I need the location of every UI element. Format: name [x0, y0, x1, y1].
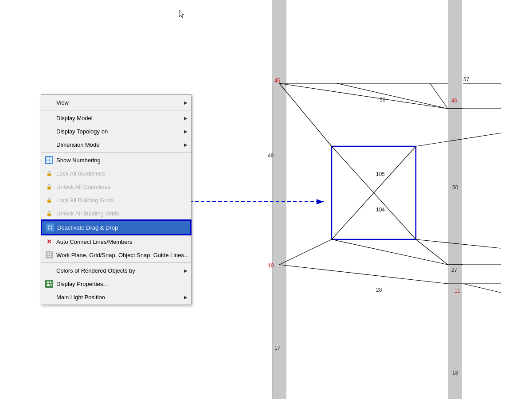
- label-28: 28: [376, 287, 382, 293]
- colors-rendered-icon: [45, 266, 54, 275]
- display-topology-arrow: ▶: [184, 129, 188, 134]
- svg-line-4: [430, 83, 448, 109]
- menu-item-lock-grids-label: Lock All Building Grids: [56, 197, 187, 203]
- label-11: 11: [454, 288, 460, 294]
- svg-line-21: [416, 239, 501, 248]
- svg-rect-39: [47, 284, 49, 286]
- menu-item-display-model[interactable]: Display Model ▶: [41, 111, 191, 125]
- display-properties-icon: [45, 279, 54, 288]
- lock-grids-icon: 🔒: [45, 196, 54, 204]
- label-10: 10: [268, 262, 274, 269]
- menu-item-display-properties[interactable]: Display Properties...: [41, 277, 191, 290]
- menu-item-auto-connect[interactable]: ✕ Auto Connect Lines/Members: [41, 235, 191, 248]
- svg-point-29: [51, 228, 52, 230]
- dashed-arrow: [166, 195, 335, 208]
- menu-item-main-light[interactable]: Main Light Position ▶: [41, 290, 191, 304]
- separator-3: [41, 262, 191, 263]
- display-model-arrow: ▶: [184, 116, 188, 121]
- menu-item-lock-guidelines-label: Lock All Guidelines: [56, 170, 187, 177]
- menu-item-colors-rendered-label: Colors of Rendered Objects by: [56, 267, 187, 274]
- menu-item-dimension-mode-label: Dimension Mode: [56, 141, 187, 148]
- svg-rect-37: [47, 282, 49, 283]
- menu-item-display-topology[interactable]: Display Topology on ▶: [41, 125, 191, 138]
- menu-item-unlock-guidelines-label: Unlock All Guidelines: [56, 184, 187, 190]
- svg-line-12: [279, 239, 332, 265]
- svg-line-18: [463, 284, 501, 293]
- menu-item-display-properties-label: Display Properties...: [56, 281, 187, 287]
- menu-item-display-model-label: Display Model: [56, 115, 187, 121]
- label-105: 105: [376, 171, 385, 177]
- menu-item-unlock-grids[interactable]: 🔓 Unlock All Building Grids: [41, 207, 191, 220]
- svg-line-13: [332, 239, 448, 265]
- svg-point-28: [48, 228, 50, 230]
- view-icon: [45, 98, 54, 107]
- separator-2: [41, 152, 191, 153]
- label-18: 18: [452, 370, 458, 376]
- separator-1: [41, 110, 191, 110]
- svg-rect-25: [50, 160, 52, 163]
- label-27: 27: [451, 267, 457, 273]
- unlock-guidelines-icon: 🔓: [45, 182, 54, 191]
- label-50: 50: [452, 184, 458, 191]
- main-light-icon: [45, 293, 54, 301]
- show-numbering-icon: [45, 156, 54, 164]
- unlock-grids-icon: 🔓: [45, 209, 54, 218]
- label-49: 49: [268, 153, 274, 159]
- svg-line-14: [416, 239, 448, 265]
- svg-line-3: [337, 83, 448, 109]
- menu-item-auto-connect-label: Auto Connect Lines/Members: [56, 239, 187, 245]
- view-arrow: ▶: [184, 100, 188, 105]
- menu-item-work-plane-label: Work Plane, Grid/Snap, Object Snap, Guid…: [56, 252, 189, 258]
- menu-item-display-topology-label: Display Topology on: [56, 128, 187, 135]
- colors-rendered-arrow: ▶: [184, 268, 188, 273]
- context-menu: View ▶ Display Model ▶ Display Topology …: [41, 94, 192, 305]
- menu-item-unlock-guidelines[interactable]: 🔓 Unlock All Guidelines: [41, 180, 191, 193]
- auto-connect-icon: ✕: [45, 237, 54, 246]
- svg-rect-22: [47, 157, 49, 160]
- svg-rect-24: [47, 160, 49, 163]
- display-model-icon: [45, 113, 54, 122]
- menu-item-view-label: View: [56, 99, 187, 106]
- dimension-mode-icon: [45, 140, 54, 149]
- svg-line-20: [416, 133, 501, 146]
- display-topology-icon: [45, 127, 54, 136]
- svg-rect-38: [50, 282, 51, 283]
- label-46: 46: [451, 98, 457, 104]
- menu-item-dimension-mode[interactable]: Dimension Mode ▶: [41, 138, 191, 151]
- svg-rect-23: [50, 157, 52, 160]
- svg-line-11: [279, 265, 448, 284]
- deactivate-drag-icon: [46, 223, 55, 232]
- menu-item-main-light-label: Main Light Position: [56, 294, 187, 301]
- label-45: 45: [274, 78, 280, 84]
- work-plane-icon: [45, 250, 54, 259]
- label-17: 17: [274, 345, 280, 351]
- svg-line-1: [279, 83, 448, 109]
- menu-item-lock-grids[interactable]: 🔒 Lock All Building Grids: [41, 193, 191, 207]
- menu-item-show-numbering[interactable]: Show Numbering: [41, 153, 191, 167]
- menu-item-deactivate-drag[interactable]: Deactivate Drag & Drop: [41, 220, 191, 235]
- menu-item-view[interactable]: View ▶: [41, 96, 191, 109]
- svg-point-27: [51, 226, 52, 227]
- menu-item-lock-guidelines[interactable]: 🔒 Lock All Guidelines: [41, 167, 191, 180]
- menu-item-unlock-grids-label: Unlock All Building Grids: [56, 210, 187, 217]
- main-light-arrow: ▶: [184, 295, 188, 300]
- svg-point-26: [48, 226, 50, 227]
- dimension-mode-arrow: ▶: [184, 142, 188, 147]
- svg-line-5: [279, 83, 332, 146]
- label-57: 57: [463, 76, 469, 82]
- menu-item-show-numbering-label: Show Numbering: [56, 157, 187, 164]
- menu-item-work-plane[interactable]: Work Plane, Grid/Snap, Object Snap, Guid…: [41, 248, 191, 262]
- label-58: 58: [379, 97, 385, 103]
- label-104: 104: [376, 207, 385, 213]
- svg-rect-40: [50, 284, 51, 286]
- menu-item-colors-rendered[interactable]: Colors of Rendered Objects by ▶: [41, 264, 191, 277]
- menu-item-deactivate-drag-label: Deactivate Drag & Drop: [57, 224, 186, 231]
- lock-guidelines-icon: 🔒: [45, 169, 54, 178]
